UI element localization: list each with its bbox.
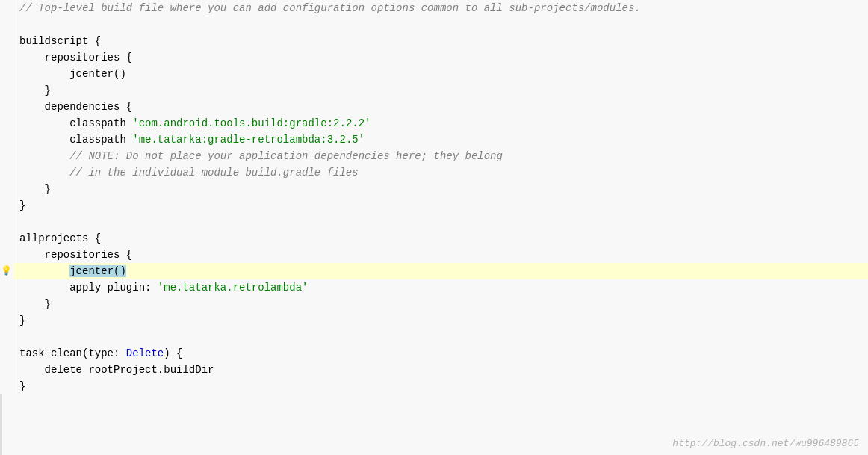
gutter (0, 181, 13, 197)
gutter (0, 0, 13, 16)
code-line-content (13, 214, 868, 230)
gutter (0, 279, 13, 296)
code-line: } (0, 378, 868, 394)
gutter: 💡 (0, 263, 13, 279)
code-editor: // Top-level build file where you can ad… (0, 0, 868, 455)
gutter (0, 312, 13, 329)
code-line-content: } (13, 378, 868, 394)
code-line-content: task clean(type: Delete) { (13, 345, 868, 362)
gutter (0, 247, 13, 263)
code-line: classpath 'me.tatarka:gradle-retrolambda… (0, 131, 868, 148)
code-line: apply plugin: 'me.tatarka.retrolambda' (0, 279, 868, 296)
code-line-content: allprojects { (13, 230, 868, 247)
code-line: classpath 'com.android.tools.build:gradl… (0, 115, 868, 131)
code-line-content: } (13, 197, 868, 214)
gutter (0, 296, 13, 312)
code-line: // in the individual module build.gradle… (0, 164, 868, 181)
gutter (0, 230, 13, 247)
gutter (0, 329, 13, 345)
code-line-content: } (13, 82, 868, 99)
lightbulb-icon: 💡 (1, 263, 12, 279)
code-line-content: jcenter() (13, 66, 868, 82)
code-line-content (13, 329, 868, 345)
gutter (0, 345, 13, 362)
gutter (0, 82, 13, 99)
code-line-content: // NOTE: Do not place your application d… (13, 148, 868, 164)
selected-text: jcenter() (69, 265, 126, 277)
code-line: // Top-level build file where you can ad… (0, 0, 868, 16)
code-line (0, 329, 868, 345)
code-line: task clean(type: Delete) { (0, 345, 868, 362)
code-line-content: // Top-level build file where you can ad… (13, 0, 868, 16)
code-line: repositories { (0, 247, 868, 263)
code-line: } (0, 296, 868, 312)
code-line: repositories { (0, 49, 868, 66)
gutter (0, 49, 13, 66)
code-line-content: dependencies { (13, 99, 868, 115)
gutter (0, 214, 13, 230)
watermark: http://blog.csdn.net/wu996489865 (672, 438, 859, 449)
gutter (0, 197, 13, 214)
code-line-content: } (13, 312, 868, 329)
code-line: } (0, 82, 868, 99)
code-line: delete rootProject.buildDir (0, 362, 868, 378)
code-line: } (0, 181, 868, 197)
gutter (0, 16, 13, 33)
gutter (0, 131, 13, 148)
code-line-content (13, 16, 868, 33)
code-line-content: repositories { (13, 247, 868, 263)
code-line-content: // in the individual module build.gradle… (13, 164, 868, 181)
code-line: // NOTE: Do not place your application d… (0, 148, 868, 164)
code-line: 💡 jcenter() (0, 263, 868, 279)
gutter (0, 99, 13, 115)
code-line-content: apply plugin: 'me.tatarka.retrolambda' (13, 279, 868, 296)
code-line-content: delete rootProject.buildDir (13, 362, 868, 378)
code-line-content: jcenter() (13, 263, 868, 279)
code-line-content: buildscript { (13, 33, 868, 49)
gutter (0, 148, 13, 164)
code-line-content: classpath 'me.tatarka:gradle-retrolambda… (13, 131, 868, 148)
gutter (0, 164, 13, 181)
gutter (0, 362, 13, 378)
code-line: } (0, 312, 868, 329)
code-line (0, 16, 868, 33)
code-line-content: } (13, 181, 868, 197)
code-line: } (0, 197, 868, 214)
code-line: buildscript { (0, 33, 868, 49)
code-line-content: } (13, 296, 868, 312)
code-area: // Top-level build file where you can ad… (0, 0, 868, 394)
code-line-content: repositories { (13, 49, 868, 66)
code-line: allprojects { (0, 230, 868, 247)
code-line-content: classpath 'com.android.tools.build:gradl… (13, 115, 868, 131)
gutter (0, 66, 13, 82)
code-line: dependencies { (0, 99, 868, 115)
code-line (0, 214, 868, 230)
gutter (0, 378, 13, 394)
gutter (0, 115, 13, 131)
gutter (0, 33, 13, 49)
code-line: jcenter() (0, 66, 868, 82)
